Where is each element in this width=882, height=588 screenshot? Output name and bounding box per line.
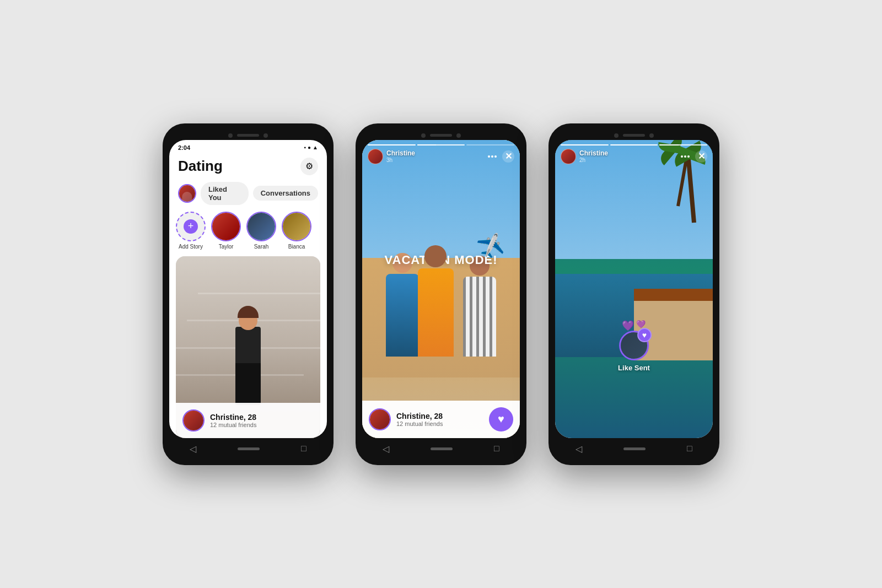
story-card-avatar: [369, 408, 391, 430]
story-progress-bars: [561, 144, 707, 145]
palm-trunk-1: [686, 157, 696, 223]
story3-card-info: [555, 377, 713, 438]
like-sent-label: Like Sent: [618, 364, 650, 372]
story-card-name: Christine, 28: [396, 412, 443, 420]
user-avatar-small: [178, 184, 196, 203]
like-sent-avatar-wrap: ♥: [619, 331, 649, 360]
phone-1: 2:04 ▪ ● ▲ Dating ⚙ Liked You Conversati…: [163, 123, 334, 465]
status-icons: ▪ ● ▲: [304, 144, 319, 150]
phone-2: Christine 3h ✕ VACATION MODE! ✈️: [356, 123, 526, 465]
bianca-avatar: [282, 212, 311, 241]
card-avatar: [182, 409, 205, 431]
speaker: [430, 134, 452, 137]
phone-nav-bar: ◁ □: [169, 438, 327, 458]
speaker: [237, 134, 259, 137]
battery-icon: ▪: [304, 144, 306, 150]
dot-2: [491, 155, 493, 158]
story-controls: ✕: [488, 150, 514, 163]
friends-group-visual: [362, 170, 520, 377]
friends-box: [380, 191, 502, 357]
home-nav-pill[interactable]: [238, 447, 260, 450]
back-nav-icon[interactable]: ◁: [576, 444, 582, 454]
sarah-avatar: [246, 212, 276, 241]
dot-3: [494, 155, 497, 158]
add-story-item[interactable]: + Add Story: [176, 212, 206, 250]
bianca-photo: [283, 213, 310, 240]
story-card-avatar-photo: [370, 409, 390, 429]
story-user-name: Christine: [386, 149, 415, 157]
recents-nav-icon[interactable]: □: [494, 444, 499, 454]
story-card-info: Christine, 28 12 mutual friends ♥: [362, 401, 520, 438]
card-mutual: 12 mutual friends: [210, 422, 256, 428]
taylor-label: Taylor: [219, 244, 234, 250]
status-bar: 2:04 ▪ ● ▲: [169, 140, 327, 153]
gear-icon: ⚙: [305, 161, 313, 171]
speaker: [623, 134, 645, 137]
like-sent-overlay: 💜 💜 ♥ Like Sent: [618, 331, 650, 372]
avatar-photo: [179, 185, 195, 202]
sarah-photo: [248, 213, 275, 240]
back-nav-icon[interactable]: ◁: [383, 444, 389, 454]
page-title: Dating: [178, 158, 223, 175]
story-progress-bars: [368, 144, 514, 145]
like-button[interactable]: ♥: [489, 407, 513, 431]
person-legs: [235, 363, 261, 405]
tab-liked-you[interactable]: Liked You: [201, 182, 249, 205]
story-time: 2h: [579, 157, 608, 163]
progress-bar-2: [610, 144, 658, 145]
recents-nav-icon[interactable]: □: [301, 444, 306, 454]
heart-icon: ♥: [498, 413, 504, 425]
story-user-avatar: [561, 149, 576, 164]
back-nav-icon[interactable]: ◁: [190, 444, 196, 454]
story-user-avatar: [368, 149, 383, 164]
progress-bar-3: [659, 144, 707, 145]
camera-dot: [228, 133, 233, 138]
add-story-label: Add Story: [179, 244, 203, 250]
home-nav-pill[interactable]: [623, 447, 646, 450]
floating-heart-1: 💜: [622, 320, 634, 332]
stories-row: + Add Story Taylor Sarah Bianc: [169, 212, 327, 256]
taylor-avatar: [211, 212, 241, 241]
camera-dot: [614, 133, 619, 138]
like-sent-screen: Christine 2h ✕ 💜 💜: [555, 140, 713, 438]
story-time: 3h: [386, 157, 415, 163]
settings-button[interactable]: ⚙: [300, 158, 318, 175]
more-options-button[interactable]: [488, 155, 497, 158]
story-taylor[interactable]: Taylor: [211, 212, 241, 250]
dot-1: [681, 155, 683, 158]
camera-dot-2: [456, 133, 461, 138]
story-sarah[interactable]: Sarah: [246, 212, 276, 250]
progress-bar-1: [561, 144, 609, 145]
story-background: Christine 3h ✕ VACATION MODE! ✈️: [362, 140, 520, 438]
story-user-name: Christine: [579, 149, 608, 157]
card-info-bar: Christine, 28 12 mutual friends: [176, 403, 320, 438]
dot-3: [687, 155, 690, 158]
camera-dot-2: [263, 133, 268, 138]
profile-card[interactable]: Christine, 28 12 mutual friends: [176, 256, 320, 438]
card-text: Christine, 28 12 mutual friends: [210, 413, 256, 428]
home-nav-pill[interactable]: [431, 447, 453, 450]
story-bianca[interactable]: Bianca: [282, 212, 311, 250]
more-options-button[interactable]: [681, 155, 690, 158]
app-header: Dating ⚙: [169, 153, 327, 180]
signal-icon: ▲: [313, 144, 318, 150]
like-sent-heart-badge: ♥: [637, 328, 652, 342]
story-header-row: Christine 3h ✕: [368, 149, 514, 164]
story-user-info: Christine 2h: [579, 149, 608, 163]
progress-bar-1: [368, 144, 416, 145]
camera-dot: [421, 133, 426, 138]
tabs-row: Liked You Conversations: [169, 180, 327, 212]
tab-conversations[interactable]: Conversations: [253, 186, 318, 201]
friend-2: [411, 245, 460, 357]
status-time: 2:04: [178, 144, 190, 151]
card-name: Christine, 28: [210, 413, 256, 422]
recents-nav-icon[interactable]: □: [687, 444, 692, 454]
close-story-button[interactable]: ✕: [695, 150, 707, 163]
close-story-button[interactable]: ✕: [502, 150, 514, 163]
progress-bar-2: [417, 144, 465, 145]
card-avatar-photo: [184, 411, 203, 430]
phone-nav-bar: ◁ □: [362, 438, 520, 458]
story-user-row: Christine 3h: [368, 149, 415, 164]
dot-1: [488, 155, 490, 158]
phone-3: Christine 2h ✕ 💜 💜: [548, 123, 719, 465]
